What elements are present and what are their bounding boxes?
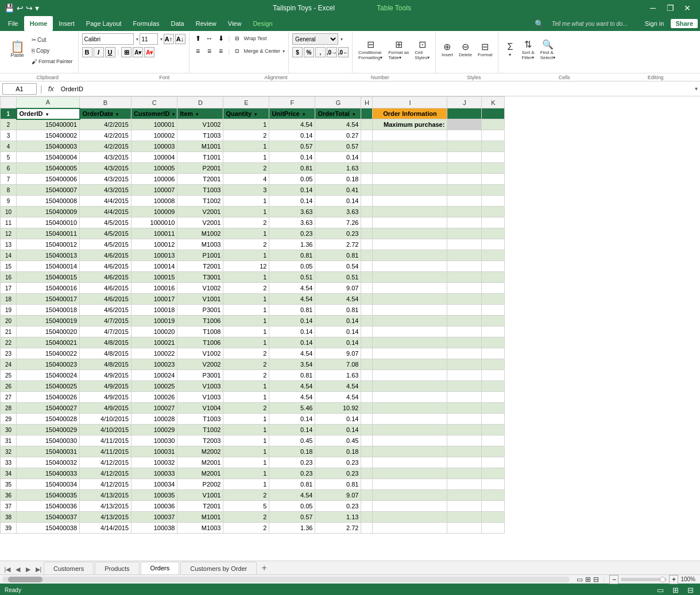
cell-i-21[interactable] — [373, 326, 447, 337]
cell-j-14[interactable] — [447, 250, 482, 261]
cell-j-3[interactable] — [447, 130, 482, 141]
number-format-select[interactable]: General — [292, 33, 338, 45]
cell-j-16[interactable] — [447, 272, 482, 283]
zoom-out-button[interactable]: − — [609, 575, 618, 584]
cell-unitprice-37[interactable]: 0.05 — [269, 501, 315, 512]
cell-j-30[interactable] — [447, 425, 482, 435]
header-orderid[interactable]: OrderID ▾ — [17, 108, 80, 119]
cell-orderid-37[interactable]: 150400036 — [17, 501, 80, 512]
cell-j-5[interactable] — [447, 152, 482, 163]
cell-orderid-15[interactable]: 150400014 — [17, 261, 80, 272]
cell-quantity-15[interactable]: 12 — [223, 261, 269, 272]
cell-orderdate-29[interactable]: 4/10/2015 — [80, 414, 132, 425]
menu-design[interactable]: Design — [247, 16, 278, 31]
cell-customerid-35[interactable]: 100034 — [132, 479, 177, 490]
cell-customerid-30[interactable]: 100029 — [132, 425, 177, 435]
cell-unitprice-25[interactable]: 0.81 — [269, 370, 315, 381]
cell-orderid-8[interactable]: 150400007 — [17, 185, 80, 196]
cell-item-31[interactable]: T2003 — [177, 435, 223, 446]
cell-orderid-5[interactable]: 150400004 — [17, 152, 80, 163]
sheet-customers[interactable]: Customers — [44, 562, 94, 574]
cell-customerid-21[interactable]: 100020 — [132, 326, 177, 337]
normal-view-button[interactable]: ▭ — [655, 585, 666, 595]
cell-quantity-13[interactable]: 2 — [223, 239, 269, 250]
right-align-button[interactable]: ≡ — [216, 46, 226, 56]
cell-orderdate-8[interactable]: 4/3/2015 — [80, 185, 132, 196]
cell-unitprice-27[interactable]: 4.54 — [269, 392, 315, 403]
cell-orderid-27[interactable]: 150400026 — [17, 392, 80, 403]
cell-orderdate-14[interactable]: 4/6/2015 — [80, 250, 132, 261]
cell-item-23[interactable]: V1002 — [177, 348, 223, 359]
cell-orderid-34[interactable]: 150400033 — [17, 468, 80, 479]
cell-customerid-15[interactable]: 100014 — [132, 261, 177, 272]
cell-orderdate-3[interactable]: 4/2/2015 — [80, 130, 132, 141]
cell-j-11[interactable] — [447, 217, 482, 228]
sheet-customers-by-order[interactable]: Customers by Order — [180, 562, 257, 574]
cell-item-4[interactable]: M1001 — [177, 141, 223, 152]
cell-orderdate-21[interactable]: 4/7/2015 — [80, 326, 132, 337]
cell-orderdate-34[interactable]: 4/12/2015 — [80, 468, 132, 479]
cell-quantity-30[interactable]: 1 — [223, 425, 269, 435]
cell-i-37[interactable] — [373, 501, 447, 512]
cell-customerid-37[interactable]: 100036 — [132, 501, 177, 512]
cell-quantity-36[interactable]: 2 — [223, 490, 269, 501]
menu-formulas[interactable]: Formulas — [127, 16, 165, 31]
bottom-align-button[interactable]: ⬇ — [216, 33, 226, 44]
cell-orderdate-33[interactable]: 4/12/2015 — [80, 457, 132, 468]
page-break-view-button[interactable]: ⊟ — [685, 585, 695, 595]
cell-orderid-9[interactable]: 150400008 — [17, 196, 80, 207]
expand-formula-button[interactable]: ▾ — [695, 85, 698, 92]
cell-item-18[interactable]: V1001 — [177, 294, 223, 305]
cell-customerid-16[interactable]: 100015 — [132, 272, 177, 283]
format-as-table-button[interactable]: ⊞ Format asTable▾ — [386, 33, 411, 65]
cell-item-27[interactable]: V1003 — [177, 392, 223, 403]
cell-item-8[interactable]: T1003 — [177, 185, 223, 196]
cell-i-20[interactable] — [373, 316, 447, 326]
cell-ordertotal-7[interactable]: 0.18 — [315, 174, 361, 185]
cell-orderid-7[interactable]: 150400006 — [17, 174, 80, 185]
cell-unitprice-7[interactable]: 0.05 — [269, 174, 315, 185]
cell-j-15[interactable] — [447, 261, 482, 272]
cell-quantity-9[interactable]: 1 — [223, 196, 269, 207]
cell-unitprice-12[interactable]: 0.23 — [269, 228, 315, 239]
header-customerid[interactable]: CustomerID ▾ — [132, 108, 177, 119]
cell-ordertotal-37[interactable]: 0.23 — [315, 501, 361, 512]
cell-unitprice-22[interactable]: 0.14 — [269, 337, 315, 348]
cell-unitprice-20[interactable]: 0.14 — [269, 316, 315, 326]
cell-customerid-3[interactable]: 100002 — [132, 130, 177, 141]
cell-item-15[interactable]: T2001 — [177, 261, 223, 272]
cell-ordertotal-13[interactable]: 2.72 — [315, 239, 361, 250]
menu-file[interactable]: File — [2, 16, 24, 31]
cell-unitprice-17[interactable]: 4.54 — [269, 283, 315, 294]
cell-j-23[interactable] — [447, 348, 482, 359]
cell-item-34[interactable]: M2001 — [177, 468, 223, 479]
cell-ordertotal-31[interactable]: 0.45 — [315, 435, 361, 446]
cell-customerid-20[interactable]: 100019 — [132, 316, 177, 326]
cell-unitprice-13[interactable]: 1.36 — [269, 239, 315, 250]
cell-orderdate-28[interactable]: 4/9/2015 — [80, 403, 132, 414]
cell-quantity-17[interactable]: 2 — [223, 283, 269, 294]
top-align-button[interactable]: ⬆ — [193, 33, 203, 44]
cell-orderid-13[interactable]: 150400012 — [17, 239, 80, 250]
cell-customerid-2[interactable]: 100001 — [132, 119, 177, 130]
cell-j-39[interactable] — [447, 523, 482, 534]
cell-j-28[interactable] — [447, 403, 482, 414]
cell-orderdate-23[interactable]: 4/8/2015 — [80, 348, 132, 359]
copy-button[interactable]: ⎘ Copy — [30, 45, 75, 56]
cell-customerid-10[interactable]: 100009 — [132, 207, 177, 217]
cell-ordertotal-26[interactable]: 4.54 — [315, 381, 361, 392]
font-name-dropdown[interactable]: ▾ — [136, 37, 138, 42]
cell-unitprice-15[interactable]: 0.05 — [269, 261, 315, 272]
cell-customerid-18[interactable]: 100017 — [132, 294, 177, 305]
cell-quantity-18[interactable]: 1 — [223, 294, 269, 305]
cell-j-7[interactable] — [447, 174, 482, 185]
cell-orderdate-27[interactable]: 4/9/2015 — [80, 392, 132, 403]
col-header-D[interactable]: D — [177, 97, 223, 108]
merge-dropdown[interactable]: ▾ — [283, 49, 285, 54]
cell-customerid-7[interactable]: 100006 — [132, 174, 177, 185]
cell-quantity-20[interactable]: 1 — [223, 316, 269, 326]
cell-i-35[interactable] — [373, 479, 447, 490]
cell-orderdate-19[interactable]: 4/6/2015 — [80, 305, 132, 316]
increase-font-button[interactable]: A↑ — [164, 34, 174, 44]
cell-quantity-29[interactable]: 1 — [223, 414, 269, 425]
